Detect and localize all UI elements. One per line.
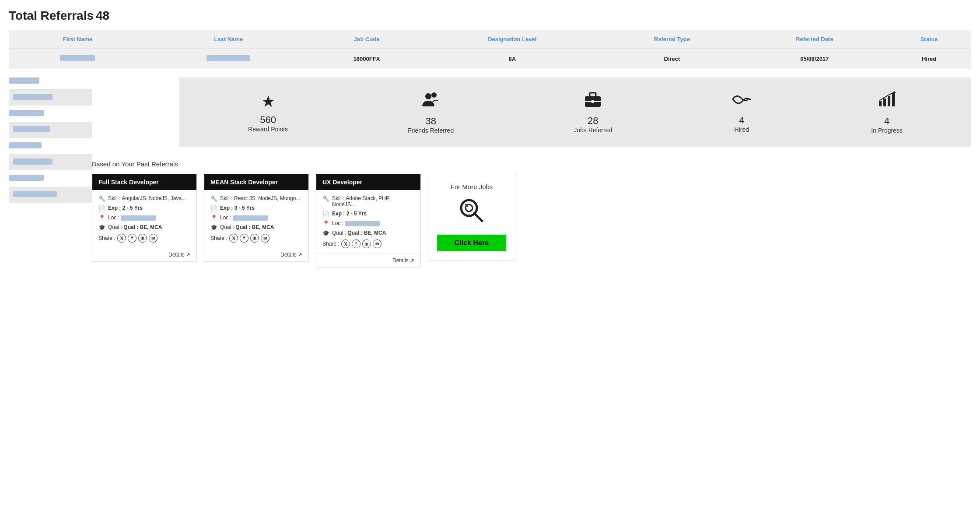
cell-referral-type: Direct [602, 49, 742, 69]
location-icon: 📍 [98, 215, 105, 221]
job-skill-text: Skill : React JS, NodeJS, Mongo... [220, 195, 300, 201]
past-referrals-section: Based on Your Past Referrals Full Stack … [92, 156, 971, 272]
job-skill-text: Skill : Adobe Stack, PHP, NodeJS... [332, 195, 414, 208]
email-share-icon[interactable]: ✉ [149, 234, 158, 243]
stat-hired: 4 Hired [732, 92, 751, 133]
job-loc-detail: 📍 Loc : [210, 215, 302, 221]
job-skill-detail: 🔧 Skill : Adobe Stack, PHP, NodeJS... [322, 195, 414, 208]
col-referral-type: Referral Type [602, 30, 742, 49]
twitter-share-icon[interactable]: 𝕏 [341, 239, 350, 248]
doc-icon: 📄 [98, 205, 105, 211]
jobs-referred-label: Jobs Referred [574, 127, 612, 134]
job-qual-text: Qual : Qual : BE, MCA [332, 230, 386, 236]
share-label: Share : [98, 235, 116, 241]
job-details-link[interactable]: Details ↗ [392, 257, 414, 264]
referral-table: First Name Last Name Job Code Designatio… [9, 30, 971, 69]
job-loc-text: Loc : [220, 215, 268, 221]
sidebar-item [9, 187, 92, 203]
job-card-body-mean-stack: 🔧 Skill : React JS, NodeJS, Mongo... 📄 E… [204, 190, 308, 248]
stat-jobs-referred: 28 Jobs Referred [574, 91, 612, 134]
job-exp-detail: 📄 Exp : 2 - 5 Yrs [98, 205, 190, 211]
cell-referred-date: 05/08/2017 [742, 49, 887, 69]
job-qual-detail: 🎓 Qual : Qual : BE, MCA [322, 230, 414, 236]
col-designation-level: Designation Level [423, 30, 602, 49]
job-loc-detail: 📍 Loc : [322, 220, 414, 227]
job-qual-text: Qual : Qual : BE, MCA [108, 224, 162, 230]
total-referrals-heading: Total Referrals 48 [9, 9, 971, 23]
graduation-icon: 🎓 [322, 230, 329, 236]
reward-points-value: 560 [248, 114, 288, 126]
svg-rect-5 [592, 100, 594, 103]
reward-points-label: Reward Points [248, 126, 288, 133]
friends-icon [408, 91, 454, 112]
friends-referred-label: Friends Referred [408, 127, 454, 134]
twitter-share-icon[interactable]: 𝕏 [229, 234, 238, 243]
click-here-button[interactable]: Click Here [437, 235, 506, 251]
job-exp-text: Exp : 2 - 5 Yrs [108, 205, 143, 211]
share-label: Share : [322, 241, 340, 247]
facebook-share-icon[interactable]: f [128, 234, 136, 243]
svg-point-1 [431, 92, 437, 98]
jobs-row: Full Stack Developer 🔧 Skill : AngularJS… [92, 174, 971, 268]
job-card-title-full-stack: Full Stack Developer [92, 174, 196, 190]
job-share-row: Share : 𝕏 f in ✉ [210, 234, 302, 243]
job-share-row: Share : 𝕏 f in ✉ [322, 239, 414, 248]
cell-status: Hired [887, 49, 971, 69]
col-job-code: Job Code [311, 30, 423, 49]
svg-point-0 [425, 93, 431, 99]
jobs-referred-value: 28 [574, 115, 612, 127]
svg-rect-3 [590, 93, 596, 97]
wrench-icon: 🔧 [210, 195, 217, 202]
job-details-link[interactable]: Details ↗ [168, 252, 190, 258]
graduation-icon: 🎓 [210, 224, 217, 231]
stats-section: ★ 560 Reward Points 38 Friends Referred [179, 77, 971, 147]
facebook-share-icon[interactable]: f [240, 234, 248, 243]
job-card-body-full-stack: 🔧 Skill : AngularJS, NodeJS, Java... 📄 E… [92, 190, 196, 248]
job-card-mean-stack: MEAN Stack Developer 🔧 Skill : React JS,… [204, 174, 309, 262]
email-share-icon[interactable]: ✉ [261, 234, 270, 243]
right-column: ★ 560 Reward Points 38 Friends Referred [92, 77, 971, 272]
svg-line-12 [474, 213, 482, 221]
email-share-icon[interactable]: ✉ [373, 239, 382, 248]
friends-referred-value: 38 [408, 116, 454, 127]
job-skill-detail: 🔧 Skill : React JS, NodeJS, Mongo... [210, 195, 302, 202]
linkedin-share-icon[interactable]: in [250, 234, 259, 243]
sidebar-item [9, 122, 92, 138]
doc-icon: 📄 [322, 211, 329, 217]
hired-value: 4 [732, 115, 751, 126]
handshake-icon [732, 92, 751, 111]
svg-rect-6 [879, 101, 882, 106]
briefcase-icon [574, 91, 612, 112]
job-details-row[interactable]: Details ↗ [316, 253, 420, 267]
job-details-link[interactable]: Details ↗ [280, 252, 302, 258]
graduation-icon: 🎓 [98, 224, 105, 231]
share-label: Share : [210, 235, 228, 241]
doc-icon: 📄 [210, 205, 217, 211]
more-jobs-card: For More Jobs Click Here [428, 174, 515, 260]
sidebar-item [9, 154, 92, 170]
past-referrals-label: Based on Your Past Referrals [92, 160, 971, 168]
linkedin-share-icon[interactable]: in [362, 239, 371, 248]
sidebar-item [9, 89, 92, 106]
cell-designation-level: 8A [423, 49, 602, 69]
job-details-row[interactable]: Details ↗ [204, 248, 308, 261]
cell-last-name [147, 49, 311, 69]
sidebar [9, 77, 92, 272]
in-progress-label: In Progress [871, 127, 903, 134]
facebook-share-icon[interactable]: f [352, 239, 360, 248]
job-details-row[interactable]: Details ↗ [92, 248, 196, 261]
svg-rect-9 [892, 93, 895, 106]
table-row: 16000FFX 8A Direct 05/08/2017 Hired [9, 49, 971, 69]
svg-rect-7 [883, 99, 886, 106]
job-card-title-ux-developer: UX Developer [316, 174, 420, 190]
stat-in-progress: 4 In Progress [871, 91, 903, 134]
stat-friends-referred: 38 Friends Referred [408, 91, 454, 134]
progress-chart-icon [871, 91, 903, 112]
job-loc-text: Loc : [332, 220, 380, 226]
wrench-icon: 🔧 [322, 195, 329, 202]
job-exp-text: Exp : 3 - 5 Yrs [220, 205, 255, 211]
linkedin-share-icon[interactable]: in [138, 234, 147, 243]
twitter-share-icon[interactable]: 𝕏 [117, 234, 126, 243]
job-share-row: Share : 𝕏 f in ✉ [98, 234, 190, 243]
job-card-full-stack: Full Stack Developer 🔧 Skill : AngularJS… [92, 174, 197, 262]
